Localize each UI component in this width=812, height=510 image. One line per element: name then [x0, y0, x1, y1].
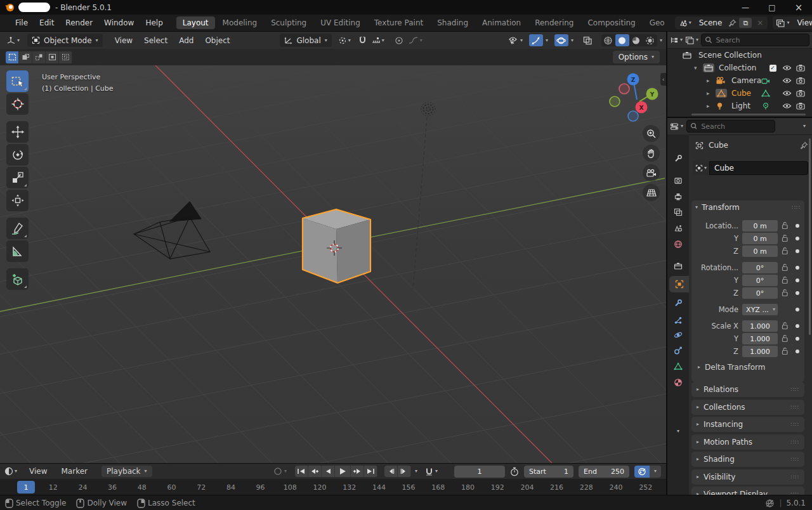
proportional-edit-toggle[interactable] [392, 36, 406, 45]
pan-view-button[interactable] [643, 145, 660, 162]
select-box-tool-button[interactable] [6, 70, 29, 92]
expand-chevron[interactable]: ▸ [707, 78, 710, 84]
editor-type-button[interactable]: ▾ [4, 36, 22, 45]
viewlayer-name[interactable]: ViewLayer [793, 18, 812, 27]
menu-file[interactable]: File [10, 18, 34, 27]
properties-options-dropdown[interactable]: ▾ [803, 124, 806, 129]
panel-drag-handle[interactable]: ∷∷ [791, 439, 799, 445]
transform-value-field[interactable]: 0 m [742, 233, 778, 244]
ruler-tick-216[interactable]: 216 [546, 480, 568, 495]
keying-dropdown[interactable]: ▾ [650, 466, 661, 478]
object-name-input[interactable]: Cube [709, 161, 808, 175]
properties-tab-modifiers[interactable] [667, 295, 689, 311]
panel-shading[interactable]: ▸Shading∷∷ [691, 452, 804, 467]
next-keyframe-button[interactable] [351, 466, 364, 477]
ruler-tick-12[interactable]: 12 [42, 480, 65, 495]
properties-tab-collection[interactable] [667, 258, 689, 275]
viewport-menu-object[interactable]: Object [199, 36, 235, 45]
outliner-item-label[interactable]: Cube [731, 87, 751, 100]
animate-dot[interactable] [796, 224, 799, 228]
ruler-tick-36[interactable]: 36 [101, 480, 124, 495]
panel-relations[interactable]: ▸Relations∷∷ [691, 382, 804, 397]
lock-icon[interactable] [782, 276, 789, 284]
timeline-editor-type-button[interactable]: ▾ [4, 467, 17, 476]
object-visibility-dropdown[interactable]: ▾ [506, 36, 525, 45]
panel-drag-handle[interactable]: ∷∷ [791, 404, 799, 410]
orientation-dropdown[interactable]: Global ▾ [280, 34, 331, 47]
panel-drag-handle[interactable]: ∷∷ [791, 456, 799, 462]
jump-to-end-button[interactable] [364, 466, 377, 477]
timeline-menu-marker[interactable]: Marker [55, 467, 95, 476]
outliner-search-input[interactable] [715, 36, 806, 45]
pin-icon[interactable] [728, 19, 737, 27]
pivot-dropdown[interactable]: ▾ [336, 36, 353, 45]
light-icon[interactable] [716, 102, 724, 110]
lock-icon[interactable] [782, 263, 789, 271]
properties-tab-world[interactable] [667, 236, 689, 252]
outliner-hscrollbar[interactable] [691, 114, 806, 115]
panel-viewport-display[interactable]: ▸Viewport Display∷∷ [691, 487, 804, 495]
panel-visibility[interactable]: ▸Visibility∷∷ [691, 469, 804, 485]
timeline-ruler[interactable]: 1 12243648607284961081201321441561681801… [0, 480, 666, 495]
animate-dot[interactable] [796, 337, 799, 341]
ruler-tick-228[interactable]: 228 [575, 480, 598, 495]
transform-value-field[interactable]: XYZ ...▾ [742, 304, 778, 315]
snap-target-dropdown[interactable]: ▾ [369, 37, 387, 44]
disable-render-toggle[interactable] [794, 87, 807, 100]
end-frame-field[interactable]: End 250 [579, 466, 629, 478]
workspace-tab-rendering[interactable]: Rendering [528, 16, 580, 29]
stopwatch-icon[interactable] [510, 467, 519, 476]
disable-render-toggle[interactable] [794, 100, 807, 112]
minimize-button[interactable]: — [732, 0, 759, 15]
workspace-tab-texture-paint[interactable]: Texture Paint [368, 16, 429, 29]
menu-render[interactable]: Render [60, 18, 98, 27]
proportional-falloff-dropdown[interactable]: ▾ [406, 36, 425, 44]
animate-dot[interactable] [796, 249, 799, 253]
ruler-tick-192[interactable]: 192 [486, 480, 509, 495]
close-button[interactable]: × [785, 0, 812, 15]
playhead[interactable]: 1 [17, 481, 35, 494]
ruler-tick-204[interactable]: 204 [516, 480, 539, 495]
shading-wireframe-button[interactable] [601, 34, 615, 46]
timeline-snap-toggle[interactable]: ▾ [425, 468, 438, 476]
menu-help[interactable]: Help [140, 18, 168, 27]
ortho-toggle-button[interactable] [643, 184, 660, 201]
panel-collections[interactable]: ▸Collections∷∷ [691, 400, 804, 415]
select-mode-extend-button[interactable] [19, 51, 32, 63]
cube-object[interactable] [303, 209, 370, 283]
next-frame-button[interactable] [398, 466, 411, 477]
ruler-tick-72[interactable]: 72 [190, 480, 213, 495]
transform-panel-header[interactable]: ▾ Transform ∷∷ [691, 200, 804, 214]
viewport-menu-select[interactable]: Select [138, 36, 173, 45]
move-tool-button[interactable] [6, 121, 29, 143]
transform-value-field[interactable]: 0 m [742, 220, 778, 232]
maximize-button[interactable]: □ [759, 0, 785, 15]
annotate-tool-button[interactable] [6, 218, 29, 239]
properties-scrollbar[interactable] [809, 138, 811, 335]
expand-chevron[interactable]: ▸ [707, 103, 710, 109]
outliner-row-cube[interactable]: ▸Cube [667, 87, 812, 100]
outliner-row-camera[interactable]: ▸Camera [667, 74, 812, 87]
mode-dropdown[interactable]: Object Mode ▾ [27, 34, 103, 47]
properties-tab-object[interactable] [669, 276, 689, 292]
breadcrumb-object-name[interactable]: Cube [709, 141, 728, 150]
play-button[interactable] [335, 466, 351, 477]
workspace-tab-geo[interactable]: Geo [643, 16, 671, 29]
outliner-item-label[interactable]: Collection [719, 62, 756, 74]
navigation-gizmo[interactable]: Z Y X [603, 69, 666, 129]
animate-dot[interactable] [796, 308, 799, 311]
panel-drag-handle[interactable]: ∷∷ [792, 204, 801, 211]
panel-drag-handle[interactable]: ∷∷ [791, 474, 799, 480]
frame-jump-dropdown[interactable]: ▾ [413, 469, 419, 474]
ruler-tick-84[interactable]: 84 [219, 480, 242, 495]
lock-icon[interactable] [782, 234, 789, 242]
properties-tab-output[interactable] [667, 188, 689, 205]
lock-icon[interactable] [782, 247, 789, 255]
scene-browse-button[interactable]: ▾ [677, 19, 693, 27]
menu-window[interactable]: Window [98, 18, 140, 27]
collection-icon[interactable] [683, 51, 691, 59]
ruler-tick-96[interactable]: 96 [249, 480, 272, 495]
properties-tab-data[interactable] [667, 358, 689, 375]
viewport-canvas[interactable]: Z Y X ‹ User Perspective (1) Collection … [0, 65, 666, 463]
viewport-menu-add[interactable]: Add [173, 36, 199, 45]
